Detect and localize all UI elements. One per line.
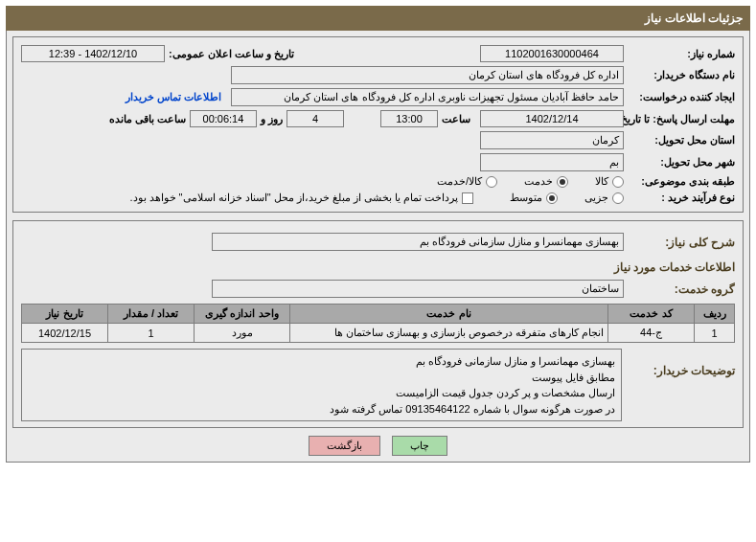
main-container: شماره نیاز: 1102001630000464 تاریخ و ساع… — [6, 31, 750, 463]
announce-value: 1402/12/10 - 12:39 — [21, 45, 165, 62]
radio-service-label: خدمت — [524, 175, 553, 188]
city-value: بم — [480, 153, 624, 171]
button-row: چاپ بازگشت — [12, 436, 744, 456]
desc-line-4: در صورت هرگونه سوال با شماره 09135464122… — [28, 401, 615, 418]
buyer-label: نام دستگاه خریدار: — [628, 69, 735, 81]
requester-value: حامد حافظ آبادیان مسئول تجهیزات ناوبری ا… — [231, 88, 624, 106]
buyer-value: اداره کل فرودگاه های استان کرمان — [231, 66, 624, 84]
table-header-row: ردیف کد خدمت نام خدمت واحد اندازه گیری ت… — [22, 305, 735, 324]
cell-code: ج-44 — [608, 324, 695, 343]
buyer-desc-label: توضیحات خریدار: — [628, 349, 735, 377]
radio-medium-label: متوسط — [510, 192, 542, 204]
remaining-time-value: 00:06:14 — [190, 110, 257, 127]
back-button[interactable]: بازگشت — [309, 436, 380, 456]
desc-line-3: ارسال مشخصات و پر کردن جدول قیمت الزامیس… — [28, 385, 615, 401]
table-row: 1 ج-44 انجام کارهای متفرقه درخصوص بازساز… — [22, 324, 735, 343]
radio-goods[interactable] — [612, 176, 624, 188]
th-qty: تعداد / مقدار — [108, 305, 195, 324]
cell-row: 1 — [695, 324, 735, 343]
cell-date: 1402/12/15 — [22, 324, 108, 343]
deadline-label: مهلت ارسال پاسخ: تا تاریخ: — [628, 113, 735, 125]
need-no-value: 1102001630000464 — [480, 45, 624, 62]
th-name: نام خدمت — [290, 305, 608, 324]
purchase-type-label: نوع فرآیند خرید : — [628, 192, 735, 204]
service-group-value: ساختمان — [212, 280, 624, 298]
info-fieldset: شماره نیاز: 1102001630000464 تاریخ و ساع… — [12, 36, 744, 213]
detail-fieldset: شرح کلی نیاز: بهسازی مهمانسرا و منازل سا… — [12, 220, 744, 428]
th-date: تاریخ نیاز — [22, 305, 108, 324]
need-no-label: شماره نیاز: — [628, 48, 735, 60]
announce-label: تاریخ و ساعت اعلان عمومی: — [169, 48, 294, 60]
cell-name: انجام کارهای متفرقه درخصوص بازسازی و بهس… — [290, 324, 608, 343]
time-label: ساعت — [442, 113, 470, 125]
province-value: کرمان — [480, 131, 624, 149]
requester-label: ایجاد کننده درخواست: — [628, 91, 735, 103]
general-desc-label: شرح کلی نیاز: — [628, 236, 735, 249]
city-label: شهر محل تحویل: — [628, 156, 735, 169]
services-info-label: اطلاعات خدمات مورد نیاز — [608, 260, 735, 274]
th-code: کد خدمت — [608, 305, 695, 324]
days-text: روز و — [261, 113, 283, 125]
desc-line-1: بهسازی مهمانسرا و منازل سازمانی فرودگاه … — [28, 353, 615, 370]
checkbox-payment[interactable] — [462, 192, 473, 204]
radio-service[interactable] — [557, 176, 568, 188]
radio-goods-label: کالا — [595, 175, 608, 188]
radio-goods-service[interactable] — [486, 176, 497, 188]
services-table: ردیف کد خدمت نام خدمت واحد اندازه گیری ت… — [21, 304, 735, 343]
th-unit: واحد اندازه گیری — [195, 305, 290, 324]
days-left-value: 4 — [286, 110, 344, 127]
remaining-text: ساعت باقی مانده — [109, 113, 186, 125]
category-label: طبقه بندی موضوعی: — [628, 175, 735, 188]
radio-partial[interactable] — [612, 192, 624, 204]
print-button[interactable]: چاپ — [392, 436, 447, 456]
province-label: استان محل تحویل: — [628, 134, 735, 147]
page-header: جزئیات اطلاعات نیاز — [6, 6, 750, 31]
cell-qty: 1 — [108, 324, 195, 343]
cell-unit: مورد — [195, 324, 290, 343]
payment-note-text: پرداخت تمام یا بخشی از مبلغ خرید،از محل … — [129, 192, 458, 204]
radio-goods-service-label: کالا/خدمت — [437, 175, 482, 188]
buyer-desc-value: بهسازی مهمانسرا و منازل سازمانی فرودگاه … — [21, 349, 622, 421]
deadline-date-value: 1402/12/14 — [480, 110, 624, 127]
radio-medium[interactable] — [546, 192, 558, 204]
desc-line-2: مطابق فایل پیوست — [28, 370, 615, 386]
radio-partial-label: جزیی — [584, 192, 608, 204]
th-row: ردیف — [695, 305, 735, 324]
buyer-contact-link[interactable]: اطلاعات تماس خریدار — [126, 91, 221, 103]
general-desc-value: بهسازی مهمانسرا و منازل سازمانی فرودگاه … — [212, 233, 624, 251]
deadline-time-value: 13:00 — [380, 110, 438, 127]
service-group-label: گروه خدمت: — [628, 282, 735, 296]
